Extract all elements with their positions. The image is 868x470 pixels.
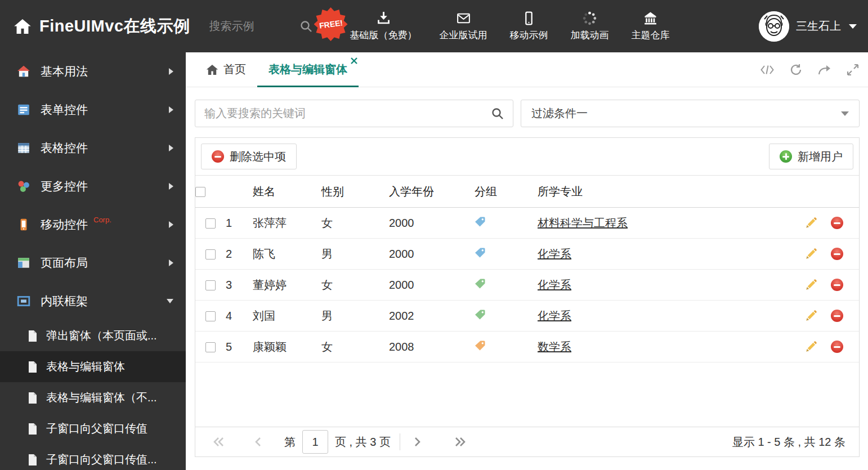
page-number-input[interactable] — [302, 430, 328, 454]
tab-label: 表格与编辑窗体 — [269, 62, 347, 77]
sidebar-item-basic-usage[interactable]: 基本用法 — [0, 52, 186, 91]
keyword-search-box — [195, 100, 513, 127]
filter-dropdown[interactable]: 过滤条件一 — [521, 100, 860, 127]
sidebar-item-mobile-controls[interactable]: 移动控件 Corp. — [0, 205, 186, 244]
nav-mobile-demo[interactable]: 移动示例 — [510, 11, 548, 42]
form-icon — [17, 103, 30, 117]
sidebar-subitem-popup-window[interactable]: 弹出窗体（本页面或... — [0, 320, 186, 351]
sidebar-item-form-controls[interactable]: 表单控件 — [0, 91, 186, 129]
corp-badge: Corp. — [93, 216, 111, 224]
sidebar-item-inline-frame[interactable]: 内联框架 — [0, 282, 186, 320]
sidebar-subitem-label: 子窗口向父窗口传值... — [46, 452, 157, 467]
tag-icon[interactable] — [475, 278, 486, 289]
sidebar-item-label: 基本用法 — [41, 64, 88, 79]
header-search — [209, 20, 313, 33]
avatar — [759, 11, 789, 42]
row-number: 4 — [226, 301, 253, 332]
tag-icon[interactable] — [475, 216, 486, 227]
nav-label: 主题仓库 — [632, 29, 670, 42]
main-content: 首页 表格与编辑窗体 — [186, 52, 868, 470]
row-checkbox[interactable] — [205, 249, 216, 259]
sidebar-item-more-controls[interactable]: 更多控件 — [0, 167, 186, 205]
major-link[interactable]: 化学系 — [538, 310, 571, 322]
header-search-input[interactable] — [209, 20, 294, 33]
cell-gender: 男 — [321, 301, 389, 332]
sidebar-item-label: 内联框架 — [41, 293, 88, 309]
col-name: 姓名 — [253, 176, 321, 208]
major-link[interactable]: 化学系 — [538, 248, 571, 260]
delete-icon[interactable] — [831, 341, 843, 353]
close-icon[interactable] — [351, 57, 357, 64]
edit-icon[interactable] — [805, 279, 817, 291]
tag-icon[interactable] — [475, 340, 486, 351]
tag-icon[interactable] — [475, 309, 486, 320]
mobile-icon — [521, 11, 536, 26]
brand[interactable]: FineUIMvc在线示例 — [0, 15, 190, 38]
sidebar-subitem-grid-edit-window[interactable]: 表格与编辑窗体 — [0, 351, 186, 382]
first-page-icon[interactable] — [212, 436, 225, 447]
cell-name: 张萍萍 — [253, 208, 321, 239]
sidebar-item-grid-controls[interactable]: 表格控件 — [0, 129, 186, 167]
cell-year: 2002 — [389, 301, 475, 332]
row-checkbox[interactable] — [205, 311, 216, 321]
next-page-icon[interactable] — [414, 436, 422, 447]
edit-icon[interactable] — [805, 217, 817, 229]
major-link[interactable]: 数学系 — [538, 341, 571, 353]
edit-icon[interactable] — [805, 310, 817, 322]
sidebar-subitem-label: 表格与编辑窗体（不... — [46, 390, 157, 405]
delete-icon[interactable] — [831, 279, 843, 291]
cell-gender: 女 — [321, 332, 389, 362]
major-link[interactable]: 材料科学与工程系 — [538, 217, 628, 229]
nav-loading-animation[interactable]: 加载动画 — [571, 11, 609, 42]
row-checkbox[interactable] — [205, 280, 216, 290]
user-menu[interactable]: 三生石上 — [759, 11, 857, 42]
delete-selected-button[interactable]: 删除选中项 — [201, 144, 297, 169]
sidebar-subitem-grid-edit-window-2[interactable]: 表格与编辑窗体（不... — [0, 382, 186, 413]
nav-basic-edition[interactable]: FREE! 基础版（免费） — [350, 11, 417, 42]
last-page-icon[interactable] — [454, 436, 467, 447]
delete-icon[interactable] — [831, 310, 843, 322]
cell-name: 陈飞 — [253, 239, 321, 270]
search-icon[interactable] — [482, 107, 513, 120]
delete-icon[interactable] — [831, 217, 843, 229]
expand-icon[interactable] — [847, 64, 859, 76]
row-checkbox[interactable] — [205, 218, 216, 229]
sidebar-item-label: 表单控件 — [41, 102, 88, 118]
edit-icon[interactable] — [805, 341, 817, 353]
sidebar: 基本用法 表单控件 表格控件 更多控件 移动控件 Corp. — [0, 52, 186, 470]
cell-gender: 男 — [321, 239, 389, 270]
major-link[interactable]: 化学系 — [538, 279, 571, 291]
tab-grid-edit-window[interactable]: 表格与编辑窗体 — [257, 52, 359, 87]
tab-home[interactable]: 首页 — [195, 52, 257, 87]
tag-icon[interactable] — [475, 247, 486, 258]
delete-icon[interactable] — [831, 248, 843, 260]
keyword-search-input[interactable] — [195, 107, 482, 120]
select-all-checkbox[interactable] — [195, 187, 205, 197]
add-user-button[interactable]: 新增用户 — [769, 144, 853, 169]
prev-page-icon[interactable] — [254, 436, 262, 447]
data-grid: 姓名 性别 入学年份 分组 所学专业 1 张萍萍 — [195, 175, 859, 362]
frame-icon — [17, 294, 30, 308]
nav-enterprise-trial[interactable]: 企业版试用 — [440, 11, 487, 42]
sidebar-subitem-child-to-parent-2[interactable]: 子窗口向父窗口传值... — [0, 444, 186, 470]
tab-label: 首页 — [223, 62, 246, 77]
col-year: 入学年份 — [389, 176, 475, 208]
row-checkbox[interactable] — [205, 342, 216, 352]
sidebar-subitem-label: 弹出窗体（本页面或... — [46, 328, 157, 343]
sidebar-item-page-layout[interactable]: 页面布局 — [0, 244, 186, 282]
user-name: 三生石上 — [796, 19, 841, 34]
nav-theme-repo[interactable]: 主题仓库 — [632, 11, 670, 42]
row-number: 3 — [226, 270, 253, 301]
nav-label: 基础版（免费） — [350, 29, 417, 42]
code-icon[interactable] — [760, 65, 774, 75]
minus-icon — [212, 150, 224, 163]
file-icon — [27, 392, 38, 404]
col-number — [226, 176, 253, 208]
sidebar-subitem-child-to-parent[interactable]: 子窗口向父窗口传值 — [0, 413, 186, 444]
forward-icon[interactable] — [818, 64, 831, 75]
edit-icon[interactable] — [805, 248, 817, 260]
search-icon[interactable] — [299, 20, 313, 33]
record-summary: 显示 1 - 5 条 , 共 12 条 — [732, 435, 851, 450]
refresh-icon[interactable] — [790, 64, 802, 76]
file-icon — [27, 423, 38, 435]
